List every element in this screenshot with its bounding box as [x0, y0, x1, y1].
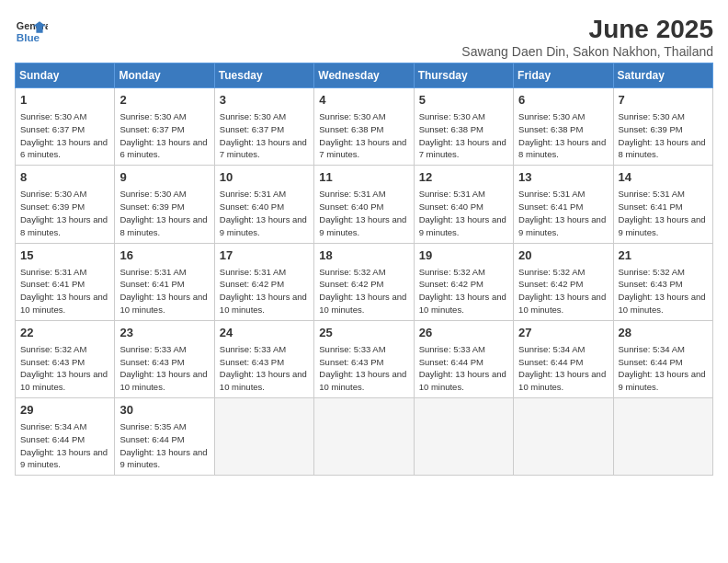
logo: General Blue — [15, 15, 48, 48]
table-row: 3 Sunrise: 5:30 AMSunset: 6:37 PMDayligh… — [214, 88, 313, 166]
table-row: 24 Sunrise: 5:33 AMSunset: 6:43 PMDaylig… — [214, 320, 313, 397]
calendar-week-row: 22 Sunrise: 5:32 AMSunset: 6:43 PMDaylig… — [16, 320, 713, 397]
table-row: 15 Sunrise: 5:31 AMSunset: 6:41 PMDaylig… — [16, 243, 115, 320]
header-sunday: Sunday — [16, 63, 115, 88]
table-row: 9 Sunrise: 5:30 AMSunset: 6:39 PMDayligh… — [115, 166, 214, 243]
title-area: June 2025 Sawang Daen Din, Sakon Nakhon,… — [461, 15, 713, 59]
table-row: 10 Sunrise: 5:31 AMSunset: 6:40 PMDaylig… — [214, 166, 313, 243]
calendar-week-row: 29 Sunrise: 5:34 AMSunset: 6:44 PMDaylig… — [16, 398, 713, 476]
empty-cell — [214, 398, 313, 476]
calendar-table: Sunday Monday Tuesday Wednesday Thursday… — [15, 63, 713, 476]
calendar-week-row: 1 Sunrise: 5:30 AMSunset: 6:37 PMDayligh… — [16, 88, 713, 166]
empty-cell — [314, 398, 414, 476]
table-row: 25 Sunrise: 5:33 AMSunset: 6:43 PMDaylig… — [314, 320, 414, 397]
table-row: 8 Sunrise: 5:30 AMSunset: 6:39 PMDayligh… — [16, 166, 115, 243]
table-row: 7 Sunrise: 5:30 AMSunset: 6:39 PMDayligh… — [613, 88, 712, 166]
header-tuesday: Tuesday — [214, 63, 313, 88]
table-row: 18 Sunrise: 5:32 AMSunset: 6:42 PMDaylig… — [314, 243, 414, 320]
table-row: 11 Sunrise: 5:31 AMSunset: 6:40 PMDaylig… — [314, 166, 414, 243]
table-row: 20 Sunrise: 5:32 AMSunset: 6:42 PMDaylig… — [514, 243, 613, 320]
table-row: 14 Sunrise: 5:31 AMSunset: 6:41 PMDaylig… — [613, 166, 712, 243]
header-thursday: Thursday — [414, 63, 513, 88]
table-row: 21 Sunrise: 5:32 AMSunset: 6:43 PMDaylig… — [613, 243, 712, 320]
header-friday: Friday — [514, 63, 613, 88]
table-row: 22 Sunrise: 5:32 AMSunset: 6:43 PMDaylig… — [16, 320, 115, 397]
table-row: 13 Sunrise: 5:31 AMSunset: 6:41 PMDaylig… — [514, 166, 613, 243]
header-monday: Monday — [115, 63, 214, 88]
table-row: 19 Sunrise: 5:32 AMSunset: 6:42 PMDaylig… — [414, 243, 513, 320]
calendar-week-row: 15 Sunrise: 5:31 AMSunset: 6:41 PMDaylig… — [16, 243, 713, 320]
table-row: 29 Sunrise: 5:34 AMSunset: 6:44 PMDaylig… — [16, 398, 115, 476]
table-row: 30 Sunrise: 5:35 AMSunset: 6:44 PMDaylig… — [115, 398, 214, 476]
table-row: 26 Sunrise: 5:33 AMSunset: 6:44 PMDaylig… — [414, 320, 513, 397]
logo-icon: General Blue — [15, 15, 48, 48]
table-row: 6 Sunrise: 5:30 AMSunset: 6:38 PMDayligh… — [514, 88, 613, 166]
table-row: 17 Sunrise: 5:31 AMSunset: 6:42 PMDaylig… — [214, 243, 313, 320]
location-subtitle: Sawang Daen Din, Sakon Nakhon, Thailand — [461, 44, 713, 59]
table-row: 1 Sunrise: 5:30 AMSunset: 6:37 PMDayligh… — [16, 88, 115, 166]
table-row: 5 Sunrise: 5:30 AMSunset: 6:38 PMDayligh… — [414, 88, 513, 166]
page-header: General Blue June 2025 Sawang Daen Din, … — [15, 15, 713, 59]
header-saturday: Saturday — [613, 63, 712, 88]
empty-cell — [514, 398, 613, 476]
empty-cell — [414, 398, 513, 476]
table-row: 4 Sunrise: 5:30 AMSunset: 6:38 PMDayligh… — [314, 88, 414, 166]
table-row: 27 Sunrise: 5:34 AMSunset: 6:44 PMDaylig… — [514, 320, 613, 397]
month-title: June 2025 — [461, 15, 713, 44]
calendar-week-row: 8 Sunrise: 5:30 AMSunset: 6:39 PMDayligh… — [16, 166, 713, 243]
table-row: 28 Sunrise: 5:34 AMSunset: 6:44 PMDaylig… — [613, 320, 712, 397]
table-row: 12 Sunrise: 5:31 AMSunset: 6:40 PMDaylig… — [414, 166, 513, 243]
calendar-header-row: Sunday Monday Tuesday Wednesday Thursday… — [16, 63, 713, 88]
empty-cell — [613, 398, 712, 476]
table-row: 23 Sunrise: 5:33 AMSunset: 6:43 PMDaylig… — [115, 320, 214, 397]
table-row: 2 Sunrise: 5:30 AMSunset: 6:37 PMDayligh… — [115, 88, 214, 166]
table-row: 16 Sunrise: 5:31 AMSunset: 6:41 PMDaylig… — [115, 243, 214, 320]
header-wednesday: Wednesday — [314, 63, 414, 88]
